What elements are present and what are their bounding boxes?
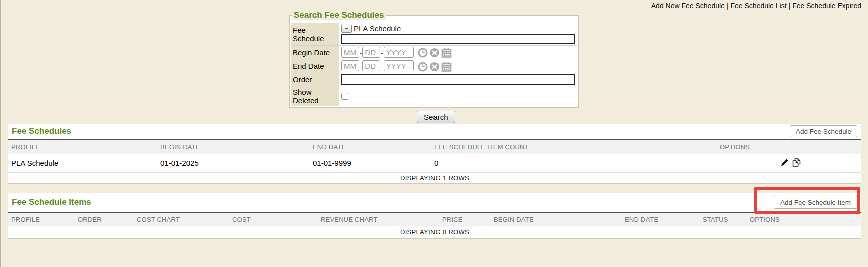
form-row-end-date: End Date --	[291, 59, 577, 73]
cell-item-count: 0	[431, 154, 717, 172]
form-row-fee-schedule: Fee Schedule − PLA Schedule	[291, 23, 577, 46]
begin-date-label: Begin Date	[291, 46, 339, 59]
begin-date-calendar-icon[interactable]	[441, 48, 452, 58]
cell-end-date: 01-01-9999	[310, 154, 431, 172]
begin-date-month-input[interactable]	[341, 47, 359, 58]
cell-profile: PLA Schedule	[8, 154, 157, 172]
form-row-show-deleted: Show Deleted	[291, 86, 577, 106]
nav-separator: |	[787, 2, 793, 10]
col-begin-date: BEGIN DATE	[491, 213, 622, 226]
add-fee-schedule-button[interactable]: Add Fee Schedule	[790, 125, 857, 137]
col-item-count: FEE SCHEDULE ITEM COUNT	[431, 140, 717, 154]
begin-date-day-input[interactable]	[362, 47, 380, 58]
fee-schedule-items-title: Fee Schedule Items	[12, 197, 91, 207]
top-nav: Add New Fee Schedule|Fee Schedule List|F…	[651, 2, 861, 10]
cell-begin-date: 01-01-2025	[157, 154, 310, 172]
order-input[interactable]	[341, 74, 575, 85]
copy-icon[interactable]	[792, 158, 801, 167]
fee-schedule-input[interactable]	[341, 34, 575, 44]
fee-schedule-list-link[interactable]: Fee Schedule List	[731, 2, 787, 10]
order-label: Order	[291, 73, 339, 86]
search-button[interactable]: Search	[417, 111, 455, 123]
col-price: PRICE	[439, 213, 491, 226]
end-date-now-clock-icon[interactable]	[418, 62, 428, 72]
col-order: ORDER	[75, 213, 134, 226]
end-date-label: End Date	[291, 59, 339, 73]
col-begin-date: BEGIN DATE	[157, 140, 310, 154]
form-row-begin-date: Begin Date --	[291, 46, 577, 59]
begin-date-year-input[interactable]	[384, 47, 414, 58]
search-panel-title: Search Fee Schedules	[292, 10, 386, 20]
fee-schedules-table: PROFILE BEGIN DATE END DATE FEE SCHEDULE…	[8, 140, 861, 173]
nav-separator: |	[725, 2, 731, 10]
col-end-date: END DATE	[622, 213, 700, 226]
end-date-day-input[interactable]	[362, 60, 380, 71]
fee-schedules-title: Fee Schedules	[12, 126, 71, 136]
fee-schedule-items-section: Fee Schedule Items Add Fee Schedule Item…	[8, 193, 861, 239]
col-options: OPTIONS	[717, 140, 861, 154]
begin-date-clear-icon[interactable]	[429, 48, 440, 58]
fee-schedules-section: Fee Schedules Add Fee Schedule PROFILE B…	[8, 124, 861, 184]
edit-pencil-icon[interactable]	[780, 158, 789, 167]
form-row-order: Order	[291, 73, 577, 86]
date-dash: -	[381, 63, 383, 70]
begin-date-now-clock-icon[interactable]	[418, 48, 428, 58]
show-deleted-label: Show Deleted	[291, 86, 339, 106]
date-dash: -	[381, 49, 383, 57]
col-revenue-chart: REVENUE CHART	[318, 213, 439, 226]
col-end-date: END DATE	[310, 140, 431, 154]
add-new-fee-schedule-link[interactable]: Add New Fee Schedule	[651, 2, 725, 10]
show-deleted-checkbox[interactable]	[341, 93, 348, 100]
collapse-minus-icon[interactable]: −	[341, 25, 352, 33]
fee-schedules-header-row: PROFILE BEGIN DATE END DATE FEE SCHEDULE…	[8, 140, 861, 154]
fee-schedule-expired-link[interactable]: Fee Schedule Expired	[792, 2, 861, 10]
end-date-month-input[interactable]	[341, 60, 359, 71]
end-date-calendar-icon[interactable]	[441, 62, 452, 72]
date-dash: -	[360, 49, 362, 57]
col-status: STATUS	[700, 213, 747, 226]
fee-schedule-items-table: PROFILE ORDER COST CHART COST REVENUE CH…	[8, 213, 861, 226]
col-cost-chart: COST CHART	[134, 213, 229, 226]
col-profile: PROFILE	[8, 213, 75, 226]
add-fee-schedule-item-button[interactable]: Add Fee Schedule Item	[774, 196, 857, 209]
window-left-edge	[0, 0, 1, 267]
date-dash: -	[360, 63, 362, 70]
search-fee-schedules-panel: Search Fee Schedules Fee Schedule − PLA …	[289, 10, 579, 108]
col-cost: COST	[229, 213, 318, 226]
fee-schedule-row: PLA Schedule 01-01-2025 01-01-9999 0	[8, 154, 861, 172]
fee-schedule-items-header-row: PROFILE ORDER COST CHART COST REVENUE CH…	[8, 213, 861, 226]
fee-schedule-items-row-count: DISPLAYING 0 ROWS	[8, 226, 861, 238]
end-date-year-input[interactable]	[384, 60, 414, 71]
col-options: OPTIONS	[747, 213, 861, 226]
col-profile: PROFILE	[8, 140, 157, 154]
selected-fee-schedule[interactable]: PLA Schedule	[354, 24, 401, 33]
end-date-clear-icon[interactable]	[429, 62, 440, 72]
fee-schedule-label: Fee Schedule	[291, 23, 339, 46]
fee-schedules-row-count: DISPLAYING 1 ROWS	[8, 173, 861, 183]
